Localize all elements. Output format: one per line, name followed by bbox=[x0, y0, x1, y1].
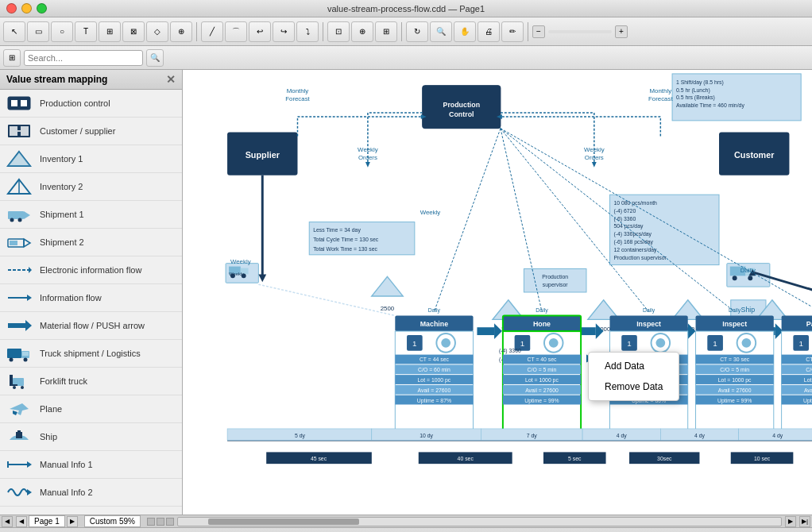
view-btn2[interactable] bbox=[157, 518, 164, 526]
scroll-end-btn[interactable]: ▶| bbox=[799, 516, 810, 527]
sidebar-item-production-control[interactable]: Production control bbox=[0, 90, 182, 118]
sidebar-item-ship[interactable]: Ship bbox=[0, 423, 182, 451]
svg-text:0.5 hr (Lunch): 0.5 hr (Lunch) bbox=[676, 87, 710, 94]
svg-text:C/O = 60 min: C/O = 60 min bbox=[418, 367, 450, 372]
svg-rect-108 bbox=[477, 327, 494, 335]
print-tool[interactable]: 🖨 bbox=[478, 21, 500, 42]
search-go[interactable]: 🔍 bbox=[146, 49, 164, 67]
prev-page-btn[interactable]: ◀ bbox=[16, 516, 27, 527]
svg-text:1: 1 bbox=[412, 339, 416, 348]
svg-marker-22 bbox=[27, 295, 32, 301]
panel-close-btn[interactable]: ✕ bbox=[166, 73, 176, 86]
sidebar-item-info-flow[interactable]: Information flow bbox=[0, 284, 182, 312]
zoom-in[interactable]: ⊕ bbox=[351, 21, 373, 42]
forklift-label: Forklift truck bbox=[40, 376, 87, 386]
sidebar-item-inventory2[interactable]: Inventory 2 bbox=[0, 173, 182, 201]
text-tool[interactable]: T bbox=[75, 21, 97, 42]
svg-text:Production: Production bbox=[542, 274, 568, 279]
hand-tool[interactable]: ✋ bbox=[454, 21, 476, 42]
electronic-info-icon bbox=[6, 260, 32, 279]
svg-rect-31 bbox=[10, 375, 13, 386]
manual-info1-label: Manual Info 1 bbox=[40, 460, 93, 469]
truck-label: Truck shipment / Logistics bbox=[40, 349, 141, 358]
ellipse-tool[interactable]: ○ bbox=[51, 21, 73, 42]
more-tool[interactable]: ⊕ bbox=[170, 21, 192, 42]
zoom-slider[interactable] bbox=[548, 30, 612, 33]
canvas-area[interactable]: 1 Shift/day (8.5 hrs) 0.5 hr (Lunch) 0.5… bbox=[183, 70, 812, 515]
sidebar-item-truck[interactable]: Truck shipment / Logistics bbox=[0, 340, 182, 368]
inventory1-label: Inventory 1 bbox=[40, 154, 83, 164]
horizontal-scrollbar[interactable] bbox=[177, 517, 782, 526]
svg-text:10 dy: 10 dy bbox=[420, 433, 433, 439]
maximize-button[interactable] bbox=[37, 3, 47, 13]
sidebar-item-electronic-info[interactable]: Electronic information flow bbox=[0, 256, 182, 284]
svg-point-139 bbox=[549, 338, 559, 348]
svg-text:(-4) 3360: (-4) 3360 bbox=[499, 348, 521, 354]
svg-text:10 sec: 10 sec bbox=[754, 456, 771, 461]
svg-text:Inspect: Inspect bbox=[636, 320, 661, 328]
sidebar-item-manual-info1[interactable]: Manual Info 1 bbox=[0, 451, 182, 479]
select-tool[interactable]: ↖ bbox=[3, 21, 25, 42]
svg-text:Monthly: Monthly bbox=[287, 87, 309, 94]
zoom-page[interactable]: ⊞ bbox=[375, 21, 397, 42]
secondary-toolbar: ⊞ 🔍 bbox=[0, 46, 812, 70]
svg-text:CT = 10 sec: CT = 10 sec bbox=[806, 357, 812, 362]
window-controls[interactable] bbox=[6, 3, 47, 13]
minimize-button[interactable] bbox=[21, 3, 32, 13]
eyedrop-tool[interactable]: ✏ bbox=[501, 21, 524, 42]
remove-data-menu-item[interactable]: Remove Data bbox=[589, 376, 679, 397]
panel-items-list: Production control Customer / supplier bbox=[0, 90, 182, 515]
grid-toggle[interactable]: ⊞ bbox=[3, 49, 21, 67]
group-tool[interactable]: ⊞ bbox=[99, 21, 121, 42]
sidebar-item-material-flow[interactable]: Material flow / PUSH arrow bbox=[0, 312, 182, 340]
svg-text:Uptime = 99%: Uptime = 99% bbox=[717, 398, 752, 404]
redo-tool[interactable]: ↪ bbox=[273, 21, 295, 42]
search-input[interactable] bbox=[24, 50, 143, 66]
view-btn1[interactable] bbox=[147, 518, 155, 526]
undo-tool[interactable]: ↩ bbox=[249, 21, 271, 42]
sidebar-item-shipment2[interactable]: Shipment 2 bbox=[0, 229, 182, 256]
sep3 bbox=[401, 22, 402, 41]
search-btn[interactable]: 🔍 bbox=[430, 21, 452, 42]
svg-text:Lot = 1000 pc: Lot = 1000 pc bbox=[418, 377, 451, 384]
svg-point-34 bbox=[21, 386, 24, 389]
sidebar-item-forklift[interactable]: Forklift truck bbox=[0, 368, 182, 395]
svg-marker-18 bbox=[24, 239, 30, 247]
sidebar-item-manual-info2[interactable]: Manual Info 2 bbox=[0, 479, 182, 507]
svg-text:504 pcs/day: 504 pcs/day bbox=[613, 223, 644, 229]
zoom-fit[interactable]: ⊡ bbox=[327, 21, 350, 42]
svg-text:CT = 40 sec: CT = 40 sec bbox=[527, 357, 557, 362]
h-scroll-thumb[interactable] bbox=[208, 519, 359, 525]
scroll-left-btn[interactable]: ◀ bbox=[2, 516, 13, 527]
rect-tool[interactable]: ▭ bbox=[27, 21, 49, 42]
sidebar-item-plane[interactable]: Plane bbox=[0, 395, 182, 423]
svg-marker-38 bbox=[27, 461, 32, 468]
view-btn3[interactable] bbox=[166, 518, 174, 526]
scroll-right-btn[interactable]: ▶ bbox=[785, 516, 796, 527]
svg-text:Control: Control bbox=[449, 110, 474, 118]
add-data-menu-item[interactable]: Add Data bbox=[589, 356, 679, 376]
sidebar-item-shipment1[interactable]: Shipment 1 bbox=[0, 201, 182, 229]
zoom-out-btn[interactable]: − bbox=[532, 25, 545, 38]
manual-info1-icon bbox=[6, 455, 32, 474]
close-button[interactable] bbox=[6, 3, 17, 13]
zoom-in-btn[interactable]: + bbox=[615, 25, 628, 38]
refresh[interactable]: ↻ bbox=[406, 21, 428, 42]
svg-text:Package: Package bbox=[806, 320, 812, 328]
shape-tool[interactable]: ◇ bbox=[146, 21, 168, 42]
arc-tool[interactable]: ⌒ bbox=[225, 21, 247, 42]
bottom-toolbar: ◀ ◀ Page 1 ▶ Custom 59% ▶ ▶| bbox=[0, 515, 812, 527]
sidebar-item-customer-supplier[interactable]: Customer / supplier bbox=[0, 118, 182, 145]
svg-point-93 bbox=[733, 276, 737, 280]
svg-text:Avail = 27600: Avail = 27600 bbox=[804, 387, 812, 393]
connect-tool[interactable]: ⊠ bbox=[122, 21, 145, 42]
next-page-btn[interactable]: ▶ bbox=[67, 516, 78, 527]
sidebar-item-inventory1[interactable]: Inventory 1 bbox=[0, 145, 182, 173]
svg-point-122 bbox=[441, 338, 450, 348]
svg-rect-5 bbox=[21, 126, 29, 136]
waypoint-tool[interactable]: ⤵ bbox=[296, 21, 319, 42]
context-menu[interactable]: Add Data Remove Data bbox=[588, 352, 679, 401]
svg-text:Weekly: Weekly bbox=[420, 209, 441, 216]
svg-point-28 bbox=[10, 358, 14, 362]
line-tool[interactable]: ╱ bbox=[201, 21, 223, 42]
